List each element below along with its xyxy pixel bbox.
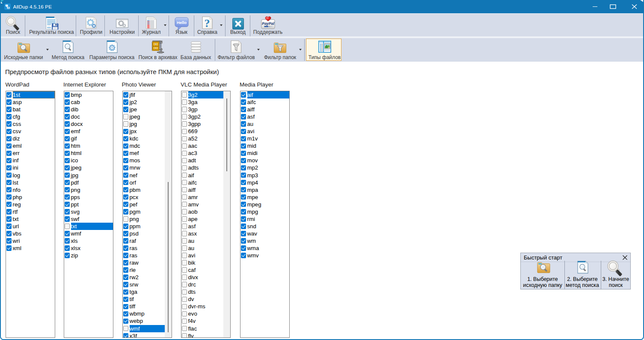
svg-text:PayPal: PayPal (262, 21, 274, 26)
svg-text:?: ? (205, 17, 210, 29)
svg-text:Hello: Hello (176, 20, 186, 25)
